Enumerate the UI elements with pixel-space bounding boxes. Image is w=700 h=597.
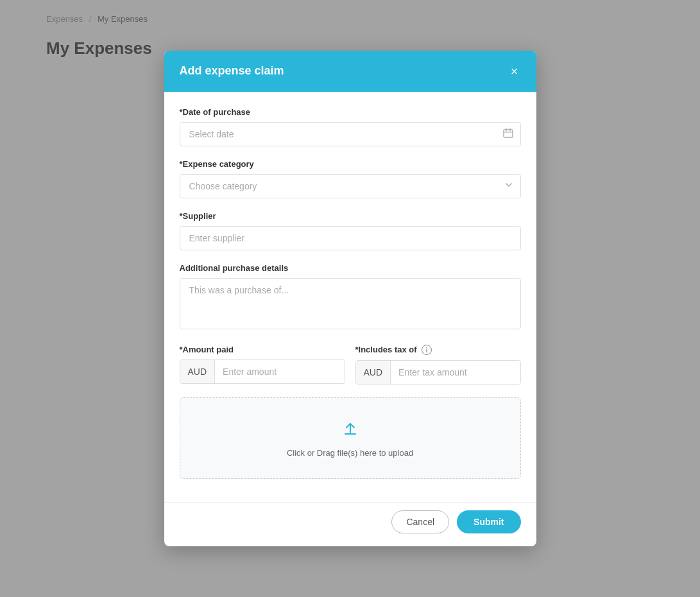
cancel-button[interactable]: Cancel: [391, 510, 449, 533]
includes-tax-currency: AUD: [356, 361, 391, 384]
date-of-purchase-input[interactable]: [180, 122, 521, 146]
expense-category-select-wrapper: Choose category: [180, 174, 521, 198]
date-of-purchase-group: *Date of purchase: [180, 107, 521, 146]
expense-category-label: *Expense category: [180, 159, 521, 169]
includes-tax-group: *Includes tax of i AUD: [355, 345, 521, 385]
submit-button[interactable]: Submit: [457, 510, 520, 533]
modal: Add expense claim × *Date of purchase: [164, 51, 536, 547]
amount-paid-group: *Amount paid AUD: [180, 345, 345, 385]
amount-paid-currency: AUD: [180, 360, 216, 383]
additional-details-label: Additional purchase details: [180, 263, 521, 273]
date-input-wrapper: [180, 122, 521, 146]
modal-header: Add expense claim ×: [164, 51, 536, 92]
amount-paid-input-wrapper: AUD: [180, 359, 345, 384]
supplier-label: *Supplier: [180, 211, 521, 221]
additional-details-textarea[interactable]: [180, 278, 521, 329]
date-of-purchase-label: *Date of purchase: [180, 107, 521, 117]
amount-row: *Amount paid AUD *Includes tax of i AUD: [180, 345, 521, 385]
supplier-group: *Supplier: [180, 211, 521, 250]
modal-footer: Cancel Submit: [164, 502, 536, 546]
expense-category-group: *Expense category Choose category: [180, 159, 521, 198]
additional-details-group: Additional purchase details: [180, 263, 521, 332]
modal-overlay: Add expense claim × *Date of purchase: [0, 0, 700, 597]
includes-tax-label: *Includes tax of i: [355, 345, 521, 356]
amount-paid-label: *Amount paid: [180, 345, 345, 354]
expense-category-select[interactable]: Choose category: [180, 174, 521, 198]
modal-close-button[interactable]: ×: [508, 64, 521, 79]
amount-paid-input[interactable]: [215, 360, 344, 383]
upload-area[interactable]: Click or Drag file(s) here to upload: [180, 397, 521, 479]
modal-title: Add expense claim: [180, 64, 284, 78]
includes-tax-input[interactable]: [391, 361, 520, 384]
includes-tax-input-wrapper: AUD: [355, 360, 521, 385]
upload-text: Click or Drag file(s) here to upload: [287, 448, 413, 458]
supplier-input[interactable]: [180, 226, 521, 250]
upload-icon: [340, 419, 361, 442]
modal-body: *Date of purchase: [164, 92, 536, 503]
includes-tax-label-text: *Includes tax of: [355, 345, 417, 354]
info-icon: i: [422, 345, 432, 355]
